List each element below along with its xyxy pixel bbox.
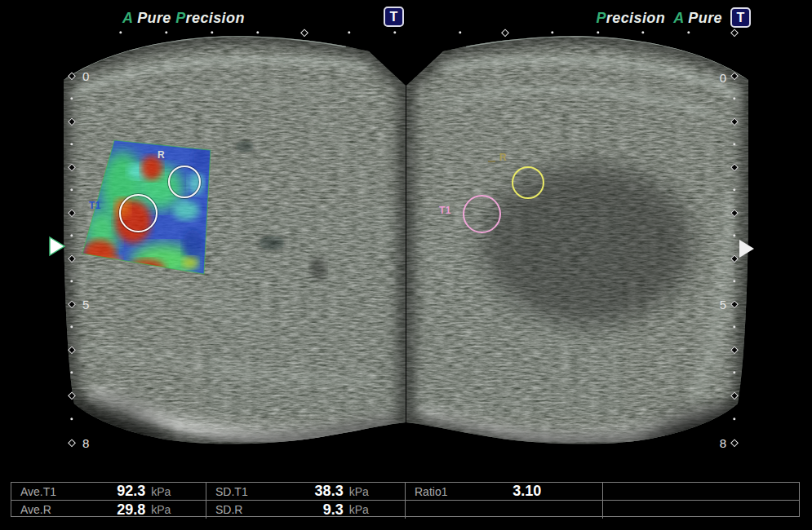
result-empty-cell (603, 483, 799, 501)
ultrasound-screen: A Pure Precision Precision A Pure T T 0 … (0, 0, 812, 530)
results-section-ave: Ave.T1 92.3 kPa Ave.R 29.8 kPa (11, 483, 206, 519)
roi-label-pointer-line (488, 161, 495, 162)
result-ave-r: Ave.R 29.8 kPa (11, 501, 206, 519)
brand-left-text2: recision (186, 10, 245, 26)
depth-label-right-0: 0 (705, 71, 726, 85)
result-value: 38.3 (282, 483, 343, 500)
result-label: Ave.T1 (11, 485, 85, 498)
roi-label-ref-right: R (499, 152, 507, 163)
result-value: 3.10 (481, 483, 542, 500)
brand-left-text1: Pure (133, 10, 175, 26)
result-value: 92.3 (85, 483, 145, 500)
roi-label-ref-left: R (158, 149, 165, 161)
roi-label-target-left: T1 (89, 200, 101, 211)
roi-circle-target-right[interactable] (463, 195, 501, 233)
result-label: Ratio1 (406, 485, 481, 498)
roi-circle-ref-left[interactable] (168, 166, 201, 198)
depth-label-left-5: 5 (82, 298, 89, 311)
brand-right-text1: recision (606, 10, 673, 26)
result-ratio1: Ratio1 3.10 (406, 483, 602, 501)
depth-label-right-5: 5 (705, 298, 726, 311)
roi-label-target-right: T1 (439, 205, 451, 216)
results-section-empty (603, 483, 799, 519)
result-empty-cell (406, 501, 602, 519)
result-unit: kPa (145, 485, 206, 498)
brand-left-accent-p: P (175, 10, 185, 26)
result-sd-r: SD.R 9.3 kPa (206, 501, 405, 519)
result-label: Ave.R (11, 503, 85, 516)
roi-circle-target-left[interactable] (119, 194, 158, 232)
brand-right-accent-a: A (673, 10, 684, 26)
result-ave-t1: Ave.T1 92.3 kPa (11, 483, 206, 501)
scan-area (0, 0, 812, 530)
result-unit: kPa (344, 503, 405, 516)
t-marker-left-icon: T (384, 7, 404, 27)
depth-label-left-0: 0 (82, 69, 89, 83)
result-sd-t1: SD.T1 38.3 kPa (206, 483, 405, 501)
result-unit: kPa (344, 485, 405, 498)
result-unit: kPa (145, 503, 206, 516)
depth-label-left-8: 8 (82, 436, 89, 450)
result-label: SD.R (206, 503, 282, 516)
results-section-sd: SD.T1 38.3 kPa SD.R 9.3 kPa (206, 483, 406, 519)
brand-left-accent-a: A (122, 10, 133, 26)
result-value: 9.3 (282, 501, 343, 519)
brand-right-text2: Pure (684, 10, 722, 26)
results-section-ratio: Ratio1 3.10 (406, 483, 603, 519)
results-table: Ave.T1 92.3 kPa Ave.R 29.8 kPa SD.T1 38.… (11, 482, 800, 517)
result-label: SD.T1 (206, 485, 282, 498)
result-value: 29.8 (85, 501, 145, 519)
depth-label-right-8: 8 (705, 436, 726, 450)
t-marker-right-icon: T (730, 7, 751, 28)
brand-left: A Pure Precision (122, 10, 245, 27)
brand-right-accent-p: P (596, 10, 606, 26)
result-empty-cell (603, 501, 799, 519)
brand-right: Precision A Pure (571, 10, 722, 27)
roi-circle-ref-right[interactable] (512, 166, 544, 199)
